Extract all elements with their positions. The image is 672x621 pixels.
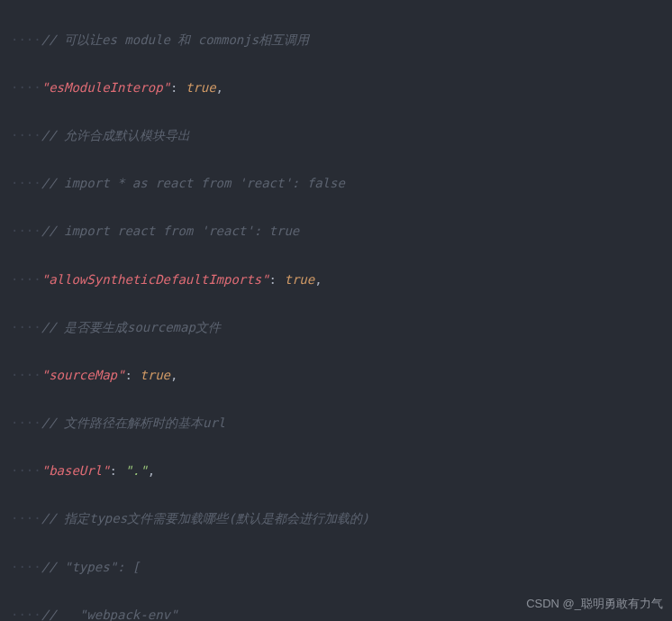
comment: // 指定types文件需要加载哪些(默认是都会进行加载的) — [41, 511, 369, 525]
comment: // "types": [ — [41, 560, 141, 574]
comment: // 可以让es module 和 commonjs相互调用 — [41, 32, 309, 47]
comment: // import react from 'react': true — [41, 224, 300, 238]
watermark: CSDN @_聪明勇敢有力气 — [526, 593, 663, 616]
json-key: "sourceMap" — [41, 368, 125, 382]
json-bool: true — [284, 272, 314, 287]
comment: // 文件路径在解析时的基本url — [41, 416, 226, 430]
comment: // 允许合成默认模块导出 — [41, 128, 190, 142]
code-editor[interactable]: ····// 可以让es module 和 commonjs相互调用 ····"… — [0, 0, 672, 621]
json-key: "baseUrl" — [41, 463, 110, 478]
json-string: "." — [124, 463, 147, 478]
json-bool: true — [140, 368, 170, 382]
comment: // "webpack-env" — [41, 607, 178, 621]
comment: // import * as react from 'react': false — [41, 176, 345, 190]
json-key: "allowSyntheticDefaultImports" — [41, 272, 269, 287]
json-bool: true — [186, 80, 216, 95]
json-key: "esModuleInterop" — [41, 80, 170, 95]
comment: // 是否要生成sourcemap文件 — [41, 320, 221, 334]
